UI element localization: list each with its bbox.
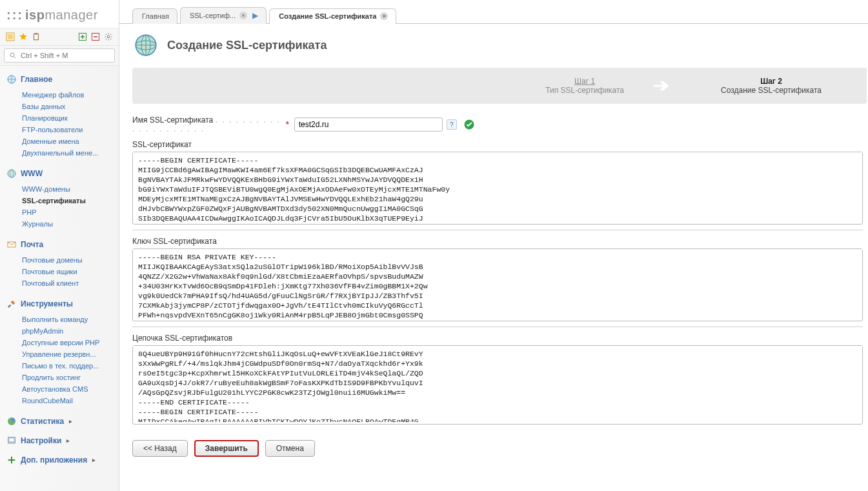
label-cert-name: Имя SSL-сертификата . . . . . . . . . . … bbox=[132, 115, 281, 134]
sidebar: :::ispmanager ГлавноеМенеджер файловБазы… bbox=[0, 0, 119, 491]
close-icon[interactable]: × bbox=[380, 12, 388, 20]
stats-icon bbox=[6, 416, 17, 426]
textarea-cert[interactable] bbox=[133, 152, 862, 222]
nav-item[interactable]: Двухпанельный мене... bbox=[19, 147, 115, 159]
nav-item[interactable]: phpMyAdmin bbox=[19, 325, 115, 337]
nav-group-5[interactable]: Настройки▸ bbox=[0, 432, 119, 449]
search-input[interactable] bbox=[21, 52, 111, 59]
svg-point-7 bbox=[10, 53, 14, 57]
nav-item[interactable]: Журналы bbox=[19, 218, 115, 230]
nav-group-6[interactable]: Доп. приложения▸ bbox=[0, 452, 119, 468]
step-2-active: Шаг 2 Создание SSL-сертификата bbox=[676, 68, 867, 104]
logo-prefix: isp bbox=[25, 8, 45, 22]
divider bbox=[132, 326, 863, 327]
tab-0[interactable]: Главная bbox=[132, 8, 177, 24]
globe-ssl-icon bbox=[132, 32, 159, 59]
nav-item[interactable]: Письмо в тех. поддер... bbox=[19, 360, 115, 372]
form: Имя SSL-сертификата . . . . . . . . . . … bbox=[132, 115, 868, 457]
clipboard-icon[interactable] bbox=[31, 32, 41, 42]
help-icon[interactable]: ? bbox=[447, 119, 457, 130]
step-arrow-icon bbox=[646, 68, 676, 104]
nav-item[interactable]: Почтовый клиент bbox=[19, 277, 115, 289]
chevron-right-icon: ▸ bbox=[69, 418, 72, 425]
nav-item[interactable]: Доменные имена bbox=[19, 135, 115, 147]
fav-toggle-icon[interactable] bbox=[5, 32, 15, 42]
tab-2[interactable]: Создание SSL-сертификата× bbox=[269, 8, 396, 24]
sidebar-search bbox=[0, 46, 119, 66]
logo: :::ispmanager bbox=[0, 0, 119, 28]
nav-item[interactable]: RoundCubeMail bbox=[19, 395, 115, 406]
svg-rect-2 bbox=[34, 34, 39, 39]
nav-item[interactable]: Управление резервн... bbox=[19, 348, 115, 360]
nav-item[interactable]: Доступные версии PHP bbox=[19, 337, 115, 348]
nav-item[interactable]: FTP-пользователи bbox=[19, 124, 115, 135]
textarea-chain[interactable] bbox=[133, 346, 862, 422]
settings-icon bbox=[6, 436, 17, 446]
svg-point-6 bbox=[107, 35, 110, 38]
input-cert-name[interactable] bbox=[294, 117, 443, 132]
svg-point-9 bbox=[8, 170, 15, 177]
mail-icon bbox=[6, 239, 17, 250]
chevron-right-icon: ▸ bbox=[66, 437, 70, 444]
page-title: Создание SSL-сертификата bbox=[167, 39, 327, 52]
globe-icon bbox=[6, 74, 17, 85]
close-icon[interactable]: × bbox=[239, 12, 247, 19]
nav-item[interactable]: WWW-домены bbox=[19, 183, 115, 195]
tab-1[interactable]: SSL-сертиф...×▶ bbox=[180, 7, 267, 24]
finish-button[interactable]: Завершить bbox=[194, 440, 259, 457]
nav-group-3[interactable]: Инструменты bbox=[0, 296, 119, 312]
nav-item[interactable]: Планировщик bbox=[19, 112, 115, 124]
globe-alt-icon bbox=[6, 168, 17, 179]
chevron-right-icon: ▶ bbox=[252, 11, 258, 20]
nav-group-1[interactable]: WWW bbox=[0, 165, 119, 182]
nav-item[interactable]: Базы данных bbox=[19, 101, 115, 112]
nav-group-4[interactable]: Статистика▸ bbox=[0, 413, 119, 430]
nav-group-2[interactable]: Почта bbox=[0, 236, 119, 253]
label-chain: Цепочка SSL-сертификатов bbox=[132, 334, 863, 343]
content: Создание SSL-сертификата Шаг 1 Тип SSL-с… bbox=[119, 24, 868, 491]
chevron-right-icon: ▸ bbox=[92, 457, 96, 463]
label-key: Ключ SSL-сертификата bbox=[132, 237, 863, 246]
nav-item[interactable]: Почтовые ящики bbox=[19, 266, 115, 277]
nav-group-0[interactable]: Главное bbox=[0, 71, 119, 88]
sidebar-toolbar bbox=[0, 28, 119, 46]
nav-item[interactable]: Автоустановка CMS bbox=[19, 383, 115, 395]
textarea-key[interactable] bbox=[133, 249, 862, 319]
logo-suffix: manager bbox=[45, 8, 97, 22]
collapse-minus-icon[interactable] bbox=[90, 32, 101, 42]
nav-item[interactable]: SSL-сертификаты bbox=[19, 195, 115, 206]
nav-item[interactable]: Выполнить команду bbox=[19, 314, 115, 325]
gear-icon[interactable] bbox=[103, 32, 114, 42]
nav-item[interactable]: Почтовые домены bbox=[19, 254, 115, 266]
nav-item[interactable]: Продлить хостинг bbox=[19, 372, 115, 383]
wizard-steps: Шаг 1 Тип SSL-сертификата Шаг 2 Создание… bbox=[132, 68, 867, 104]
tab-bar: ГлавнаяSSL-сертиф...×▶Создание SSL-серти… bbox=[119, 0, 868, 24]
step-1[interactable]: Шаг 1 Тип SSL-сертификата bbox=[523, 68, 646, 104]
nav-item[interactable]: Менеджер файлов bbox=[19, 89, 115, 101]
label-cert: SSL-сертификат bbox=[132, 140, 863, 149]
expand-plus-icon[interactable] bbox=[77, 32, 88, 42]
step-spacer bbox=[132, 68, 523, 104]
star-icon[interactable] bbox=[18, 32, 28, 42]
required-indicator: * bbox=[286, 120, 289, 129]
search-icon bbox=[8, 50, 18, 61]
svg-rect-3 bbox=[35, 33, 37, 34]
cancel-button[interactable]: Отмена bbox=[265, 440, 315, 457]
svg-rect-12 bbox=[8, 305, 12, 308]
nav: ГлавноеМенеджер файловБазы данныхПланиро… bbox=[0, 66, 119, 491]
svg-rect-1 bbox=[8, 34, 13, 39]
valid-check-icon bbox=[463, 119, 475, 130]
plus-icon bbox=[6, 455, 17, 465]
svg-rect-14 bbox=[10, 439, 14, 441]
divider bbox=[132, 230, 863, 230]
back-button[interactable]: << Назад bbox=[132, 440, 188, 457]
main: ГлавнаяSSL-сертиф...×▶Создание SSL-серти… bbox=[119, 0, 868, 491]
tools-icon bbox=[6, 299, 17, 309]
nav-item[interactable]: PHP bbox=[19, 206, 115, 218]
